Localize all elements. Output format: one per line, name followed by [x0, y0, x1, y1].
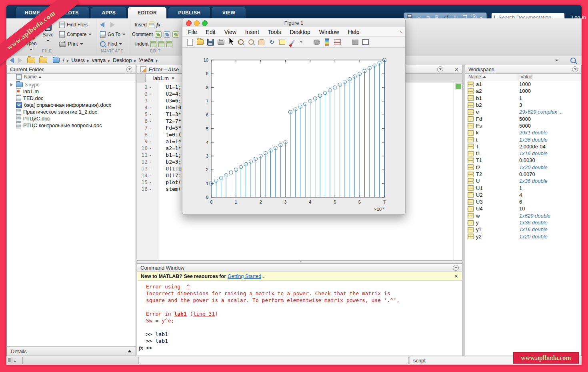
print-button[interactable]: Print: [59, 40, 83, 48]
workspace-variable-row[interactable]: U1x36 double: [468, 178, 580, 184]
insert-group[interactable]: Insert fx: [135, 21, 160, 28]
breadcrumb-segment[interactable]: vanya: [92, 57, 106, 63]
forward-button[interactable]: [110, 21, 115, 28]
workspace-variable-row[interactable]: Fd5000: [468, 115, 580, 122]
goto-button[interactable]: Go To: [100, 31, 126, 38]
workspace-variable-row[interactable]: y11x16 double: [468, 226, 580, 233]
breadcrumb-segment[interactable]: Учеба: [139, 57, 154, 63]
save-figure-icon[interactable]: [207, 39, 214, 46]
workspace-variable-row[interactable]: b11: [468, 95, 580, 102]
open-file-icon[interactable]: [197, 39, 204, 46]
panel-menu-icon[interactable]: [126, 66, 132, 72]
indent-right-icon[interactable]: [158, 41, 164, 47]
dock-figure-icon[interactable]: ↘: [399, 29, 403, 34]
find-button[interactable]: Find: [100, 40, 122, 48]
editor-menu-icon[interactable]: [437, 66, 443, 72]
workspace-variable-row[interactable]: Fs5000: [468, 122, 580, 129]
fx-icon[interactable]: fx: [156, 22, 160, 28]
figure-menu-file[interactable]: File: [188, 29, 197, 35]
wrap-comment-icon[interactable]: %: [172, 31, 179, 38]
breadcrumb-segment[interactable]: /: [63, 57, 64, 63]
file-row[interactable]: 3 курс: [9, 81, 135, 88]
figure-menu-view[interactable]: View: [224, 29, 236, 35]
error-line-link[interactable]: line 31: [193, 311, 215, 317]
workspace-variable-row[interactable]: y1x36 double: [468, 219, 580, 226]
fx-indicator[interactable]: fx: [139, 345, 143, 351]
ribbon-tab-publish[interactable]: PUBLISH: [168, 7, 211, 18]
browse-folder-icon[interactable]: [39, 58, 47, 63]
file-row[interactable]: РТЦС контрольные вопросы.doc: [9, 122, 135, 129]
smart-indent-icon[interactable]: [150, 41, 156, 47]
new-figure-icon[interactable]: [186, 39, 193, 46]
ribbon-tab-view[interactable]: VIEW: [212, 7, 246, 18]
find-files-button[interactable]: Find Files: [59, 21, 88, 28]
workspace-variable-row[interactable]: t1x36 double: [468, 136, 580, 143]
workspace-menu-icon[interactable]: [572, 66, 578, 72]
link-plot-icon[interactable]: [313, 39, 320, 46]
file-row[interactable]: Wбжд( справочная информация).docx: [9, 102, 135, 108]
file-row[interactable]: Практическое занятие 1_2.doc: [9, 108, 135, 115]
breadcrumb[interactable]: /▸Users▸vanya▸Desktop▸Учеба▸: [63, 57, 160, 63]
expander-icon[interactable]: [10, 83, 13, 86]
figure-titlebar[interactable]: Figure 1: [182, 18, 405, 28]
figure-menu-insert[interactable]: Insert: [245, 29, 259, 35]
editor-close-icon[interactable]: ✕: [454, 66, 459, 72]
error-file-link[interactable]: lab1: [174, 311, 186, 317]
rotate-3d-icon[interactable]: ↻: [268, 39, 275, 46]
workspace-variable-row[interactable]: a21000: [468, 88, 580, 94]
insert-legend-icon[interactable]: [334, 39, 341, 46]
workspace-variable-row[interactable]: t11x16 double: [468, 150, 580, 157]
zoom-in-icon[interactable]: [237, 39, 244, 46]
up-folder-icon[interactable]: [27, 58, 35, 63]
compare-button[interactable]: Compare: [59, 31, 92, 38]
file-row[interactable]: РТЦиС.doc: [9, 115, 135, 122]
breadcrumb-segment[interactable]: Users: [71, 57, 85, 63]
back-button[interactable]: [100, 21, 104, 28]
workspace-variable-row[interactable]: a11000: [468, 81, 580, 88]
breadcrumb-segment[interactable]: Desktop: [113, 57, 132, 63]
command-window-menu-icon[interactable]: [453, 265, 459, 271]
hide-plot-tools-icon[interactable]: [352, 39, 359, 46]
figure-menu-window[interactable]: Window: [319, 29, 339, 35]
help-caret-icon[interactable]: [480, 17, 483, 18]
ribbon-tab-apps[interactable]: APPS: [91, 7, 127, 18]
close-traffic-light[interactable]: [186, 20, 192, 26]
banner-close-icon[interactable]: ✕: [454, 273, 458, 279]
indent-left-icon[interactable]: [166, 41, 172, 47]
workspace-column-header[interactable]: Name Value: [465, 74, 581, 80]
ribbon-tab-editor[interactable]: EDITOR: [128, 7, 167, 18]
minimize-traffic-light[interactable]: [194, 20, 200, 26]
comment-icon[interactable]: %: [155, 31, 162, 38]
error-caret-link[interactable]: ^: [187, 284, 190, 290]
insert-colorbar-icon[interactable]: [324, 39, 330, 46]
zoom-traffic-light[interactable]: [202, 20, 208, 26]
details-bar[interactable]: Details: [7, 346, 136, 356]
indent-group[interactable]: Indent: [135, 40, 172, 48]
workspace-variable-row[interactable]: t21x20 double: [468, 164, 580, 171]
workspace-variable-row[interactable]: k29x1 double: [468, 129, 580, 136]
horizontal-splitter[interactable]: [137, 260, 462, 263]
resize-grip-icon[interactable]: [8, 358, 16, 362]
history-back-icon[interactable]: [10, 58, 14, 63]
command-prompt[interactable]: >>: [146, 345, 460, 352]
data-cursor-icon[interactable]: [279, 39, 286, 46]
workspace-variable-row[interactable]: T10.0030: [468, 157, 580, 164]
history-forward-icon[interactable]: [18, 58, 22, 63]
brush-icon[interactable]: [289, 39, 296, 46]
show-plot-tools-icon[interactable]: [362, 39, 369, 46]
pan-icon[interactable]: [258, 39, 265, 46]
figure-menu-desktop[interactable]: Desktop: [290, 29, 310, 35]
collapse-details-icon[interactable]: [128, 350, 132, 352]
breadcrumb-search-icon[interactable]: [570, 58, 576, 63]
figure-menu-help[interactable]: Help: [348, 29, 360, 35]
getting-started-link[interactable]: Getting Started: [228, 274, 261, 279]
workspace-variable-row[interactable]: e29x629 complex ...: [468, 108, 580, 115]
comment-group[interactable]: Comment % % %: [132, 31, 179, 38]
workspace-variable-row[interactable]: T2.0000e-04: [468, 143, 580, 150]
command-output[interactable]: Error using ^ Incorrect dimensions for r…: [146, 284, 460, 352]
workspace-variable-row[interactable]: U36: [468, 198, 580, 205]
zoom-out-icon[interactable]: [248, 39, 254, 46]
figure-window[interactable]: Figure 1 FileEditViewInsertToolsDesktopW…: [182, 18, 406, 215]
workspace-variable-row[interactable]: w1x629 double: [468, 212, 580, 219]
breadcrumb-caret-icon[interactable]: [555, 60, 558, 61]
